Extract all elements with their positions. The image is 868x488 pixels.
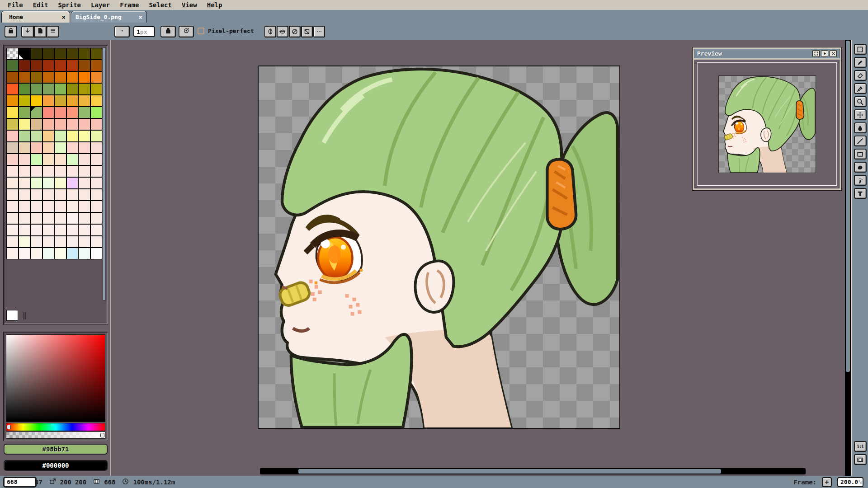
palette-swatch[interactable] [43,72,54,83]
palette-swatch[interactable] [55,213,66,224]
palette-swatch[interactable] [79,48,90,59]
palette-swatch[interactable] [43,225,54,235]
palette-swatch[interactable] [91,166,102,177]
palette-swatch[interactable] [43,213,54,224]
preview-title-bar[interactable]: Preview [694,49,840,58]
symmetry-options-button[interactable] [313,26,325,38]
palette-swatch[interactable] [79,248,90,259]
palette-swatch[interactable] [31,154,42,165]
palette-swatch[interactable] [55,189,66,200]
new-frame-button[interactable]: + [822,477,832,487]
palette-swatch[interactable] [19,107,30,118]
palette-swatch[interactable] [67,201,78,212]
tab-home-close-icon[interactable]: × [62,14,66,21]
palette-swatch-white[interactable] [6,310,18,321]
palette-swatch[interactable] [7,154,18,165]
horizontal-scroll-thumb[interactable] [298,469,721,474]
palette-swatch[interactable] [31,225,42,235]
palette-swatch[interactable] [43,201,54,212]
palette-swatch[interactable] [55,248,66,259]
symmetry-diagonal-button[interactable] [289,26,301,38]
palette-swatch[interactable] [79,72,90,83]
palette-swatch[interactable] [91,236,102,247]
palette-swatch[interactable] [7,225,18,235]
palette-swatch[interactable] [55,154,66,165]
palette-swatch[interactable] [19,225,30,235]
palette-swatch[interactable] [79,95,90,106]
palette-swatch[interactable] [31,107,42,118]
palette-swatch[interactable] [79,131,90,141]
palette-swatch[interactable] [55,236,66,247]
palette-swatch[interactable] [55,60,66,71]
palette-swatch[interactable] [19,95,30,106]
palette-swatch[interactable] [19,48,30,59]
palette-swatch[interactable] [79,154,90,165]
palette-swatch[interactable] [55,84,66,94]
palette-swatch[interactable] [31,84,42,94]
palette-swatch[interactable] [91,48,102,59]
palette-swatch[interactable] [55,142,66,153]
palette-swatch[interactable] [7,189,18,200]
vertical-scroll-thumb[interactable] [846,41,850,372]
palette-swatch[interactable] [91,95,102,106]
palette-swatch[interactable] [67,178,78,188]
palette-swatch[interactable] [19,201,30,212]
menu-edit[interactable]: Edit [28,0,53,10]
palette-swatch[interactable] [67,72,78,83]
palette-swatch[interactable] [31,213,42,224]
palette-swatch[interactable] [43,60,54,71]
menu-sprite[interactable]: Sprite [53,0,86,10]
palette-swatch[interactable] [79,166,90,177]
palette-swatch[interactable] [67,166,78,177]
palette-swatch[interactable] [7,119,18,130]
palette-swatch[interactable] [91,189,102,200]
palette-swatch[interactable] [67,95,78,106]
hue-slider[interactable] [6,423,105,431]
paint-bucket-tool[interactable] [854,122,867,133]
line-tool[interactable] [854,136,867,146]
symmetry-horizontal-button[interactable] [277,26,288,38]
palette-swatch[interactable] [7,213,18,224]
spray-tool[interactable] [854,175,867,186]
palette-swatch[interactable] [91,119,102,130]
palette-swatch[interactable] [43,248,54,259]
palette-swatch[interactable] [19,119,30,130]
pixel-perfect-checkbox[interactable] [198,28,204,34]
palette-swatch[interactable] [55,48,66,59]
move-tool[interactable] [854,109,867,120]
palette-swatch[interactable] [55,166,66,177]
menu-help[interactable]: Help [202,0,227,10]
palette-swatch[interactable] [79,213,90,224]
palette-swatch[interactable] [79,236,90,247]
palette-swatch[interactable] [79,119,90,130]
brush-size-input[interactable]: 1px [133,26,155,37]
palette-swatch[interactable] [31,48,42,59]
palette-swatch[interactable] [19,213,30,224]
palette-swatch[interactable] [7,84,18,94]
palette-swatch[interactable] [19,72,30,83]
palette-swatch[interactable] [79,60,90,71]
palette-swatch[interactable] [91,84,102,94]
foreground-color-button[interactable]: #98bb71 [4,444,108,455]
contour-tool[interactable] [854,162,867,173]
rect-marquee-tool[interactable] [854,44,867,55]
palette-swatch[interactable] [67,119,78,130]
palette-swatch[interactable] [79,178,90,188]
tab-bigside-close-icon[interactable]: × [139,14,142,21]
symmetry-vertical-button[interactable] [264,26,276,38]
zoom-level-input[interactable]: 200.0% [837,477,863,487]
palette-swatch[interactable] [31,201,42,212]
palette-swatch[interactable] [43,95,54,106]
palette-swatch[interactable] [31,95,42,106]
palette-swatch[interactable] [31,166,42,177]
palette-swatch[interactable] [43,84,54,94]
palette-swatch[interactable] [91,131,102,141]
symmetry-antidiagonal-button[interactable] [301,26,313,38]
palette-swatch[interactable] [43,154,54,165]
eyedropper-tool[interactable] [854,83,867,94]
palette-swatch[interactable] [43,189,54,200]
palette-swatch[interactable] [19,189,30,200]
palette-swatch[interactable] [67,189,78,200]
palette-swatch[interactable] [79,84,90,94]
palette-swatch[interactable] [67,84,78,94]
